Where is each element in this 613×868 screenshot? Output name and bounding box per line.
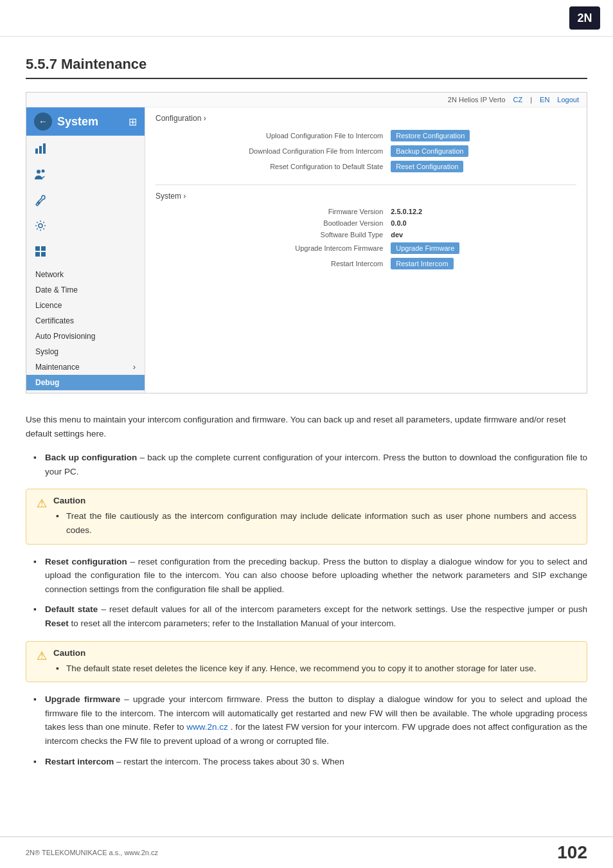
- intro-text: Use this menu to maintain your intercom …: [26, 413, 587, 440]
- download-label: Download Configuration File from Interco…: [155, 143, 387, 159]
- menu-item-network[interactable]: Network: [26, 267, 145, 282]
- reset-config-button[interactable]: Reset Configuration: [391, 161, 463, 172]
- caution-title-2: Caution: [53, 648, 576, 658]
- lang-cz[interactable]: CZ: [513, 96, 523, 104]
- menu-item-autoprov[interactable]: Auto Provisioning: [26, 329, 145, 344]
- lang-en[interactable]: EN: [540, 96, 549, 104]
- sidebar-header: ← System ⊞: [26, 107, 145, 136]
- grid2-icon: [31, 242, 49, 260]
- sidebar-icon-grid2[interactable]: [26, 239, 145, 264]
- ui-body: ← System ⊞: [26, 107, 587, 393]
- bullet-list-2: Reset configuration – reset configuratio…: [45, 555, 587, 631]
- restart-text: – restart the intercom. The process take…: [116, 757, 344, 766]
- upgrade-firmware-button[interactable]: Upgrade Firmware: [391, 242, 459, 254]
- caution-box-2: ⚠ Caution The default state reset delete…: [26, 641, 587, 683]
- maintenance-label: Maintenance: [35, 363, 80, 372]
- upgrade-fw-strong: Upgrade firmware: [45, 694, 120, 704]
- caution-list-1: Treat the file cautiously as the interco…: [66, 509, 576, 537]
- restart-row: Restart Intercom Restart Intercom: [155, 256, 576, 271]
- default-state-text: – reset default values for all of the in…: [101, 604, 587, 614]
- menu-item-debug[interactable]: Debug: [26, 375, 145, 390]
- bullet-restart: Restart intercom – restart the intercom.…: [45, 755, 587, 769]
- fw-version-value: 2.5.0.12.2: [391, 208, 422, 215]
- configuration-title: Configuration ›: [155, 114, 576, 123]
- sidebar-icon-people[interactable]: [26, 161, 145, 187]
- build-type-row: Software Build Type dev: [155, 229, 576, 240]
- caution-content-2: Caution The default state reset deletes …: [53, 648, 576, 676]
- config-row-reset: Reset Configuration to Default State Res…: [155, 159, 576, 174]
- page-title: 5.5.7 Maintenance: [26, 56, 587, 79]
- upload-label: Upload Configuration File to Intercom: [155, 128, 387, 143]
- ui-topbar: 2N Helios IP Verto CZ | EN Logout: [26, 93, 587, 107]
- bullet-list-3: Upgrade firmware – upgrade your intercom…: [45, 692, 587, 768]
- bullet-backup: Back up configuration – back up the comp…: [45, 451, 587, 478]
- caution-item-2: The default state reset deletes the lice…: [66, 662, 576, 676]
- upgrade-fw-label: Upgrade Intercom Firmware: [155, 240, 387, 256]
- grid-icon[interactable]: ⊞: [129, 116, 137, 128]
- bootloader-label: Bootloader Version: [155, 217, 387, 229]
- logo-2n: 2N: [569, 6, 600, 30]
- bootloader-value: 0.0.0: [391, 219, 406, 227]
- footer: 2N® TELEKOMUNIKACE a.s., www.2n.cz 102: [0, 836, 613, 868]
- reset-label: Reset Configuration to Default State: [155, 159, 387, 174]
- svg-rect-0: [35, 149, 38, 154]
- menu-item-syslog[interactable]: Syslog: [26, 344, 145, 359]
- svg-point-3: [37, 170, 40, 174]
- menu-item-certificates[interactable]: Certificates: [26, 313, 145, 329]
- restart-label: Restart Intercom: [155, 256, 387, 271]
- svg-rect-7: [41, 246, 46, 251]
- restart-intercom-button[interactable]: Restart Intercom: [391, 258, 453, 269]
- svg-rect-8: [35, 252, 40, 257]
- menu-item-maintenance[interactable]: Maintenance ›: [26, 359, 145, 375]
- logout-link[interactable]: Logout: [557, 96, 579, 104]
- fw-version-row: Firmware Version 2.5.0.12.2: [155, 206, 576, 217]
- caution-icon-2: ⚠: [37, 649, 47, 663]
- fw-version-label: Firmware Version: [155, 206, 387, 217]
- svg-rect-1: [39, 146, 42, 154]
- build-type-value: dev: [391, 231, 403, 239]
- bar-chart-icon: [31, 140, 49, 158]
- sidebar-menu: Network Date & Time Licence Certificates…: [26, 264, 145, 393]
- system-table: Firmware Version 2.5.0.12.2 Bootloader V…: [155, 206, 576, 271]
- tools-icon: [31, 191, 49, 209]
- config-row-upload: Upload Configuration File to Intercom Re…: [155, 128, 576, 143]
- caution-content-1: Caution Treat the file cautiously as the…: [53, 496, 576, 537]
- upgrade-fw-row: Upgrade Intercom Firmware Upgrade Firmwa…: [155, 240, 576, 256]
- people-icon: [31, 165, 49, 183]
- logo-bar: 2N: [0, 0, 613, 37]
- backup-strong: Back up configuration: [45, 453, 137, 462]
- caution-box-1: ⚠ Caution Treat the file cautiously as t…: [26, 489, 587, 544]
- svg-point-5: [39, 224, 42, 228]
- svg-point-4: [42, 170, 45, 173]
- system-title: System ›: [155, 192, 576, 201]
- backup-config-button[interactable]: Backup Configuration: [391, 145, 468, 157]
- gear-icon: [31, 217, 49, 235]
- main-panel: Configuration › Upload Configuration Fil…: [145, 107, 587, 393]
- caution-icon-1: ⚠: [37, 496, 47, 511]
- back-button[interactable]: ←: [34, 113, 52, 131]
- footer-company: 2N® TELEKOMUNIKACE a.s., www.2n.cz: [26, 849, 158, 856]
- menu-item-licence[interactable]: Licence: [26, 298, 145, 313]
- sidebar-icon-gear[interactable]: [26, 213, 145, 239]
- svg-rect-2: [43, 143, 46, 154]
- sidebar-icon-stats[interactable]: [26, 136, 145, 161]
- caution-title-1: Caution: [53, 496, 576, 505]
- restore-config-button[interactable]: Restore Configuration: [391, 130, 470, 141]
- default-state-strong2: Reset: [45, 619, 69, 628]
- svg-rect-9: [41, 252, 46, 257]
- lang-separator: |: [530, 96, 532, 104]
- reset-config-strong: Reset configuration: [45, 557, 127, 566]
- build-type-label: Software Build Type: [155, 229, 387, 240]
- product-name: 2N Helios IP Verto: [448, 96, 506, 104]
- section-divider: [155, 185, 576, 185]
- default-state-strong: Default state: [45, 604, 98, 614]
- sidebar-icon-tools[interactable]: [26, 187, 145, 213]
- sidebar: ← System ⊞: [26, 107, 145, 393]
- bullet-default-state: Default state – reset default values for…: [45, 602, 587, 630]
- menu-item-datetime[interactable]: Date & Time: [26, 282, 145, 298]
- maintenance-arrow: ›: [133, 363, 136, 372]
- bootloader-row: Bootloader Version 0.0.0: [155, 217, 576, 229]
- bullet-upgrade-fw: Upgrade firmware – upgrade your intercom…: [45, 692, 587, 748]
- configuration-table: Upload Configuration File to Intercom Re…: [155, 128, 576, 174]
- link-2ncz[interactable]: www.2n.cz: [186, 722, 228, 732]
